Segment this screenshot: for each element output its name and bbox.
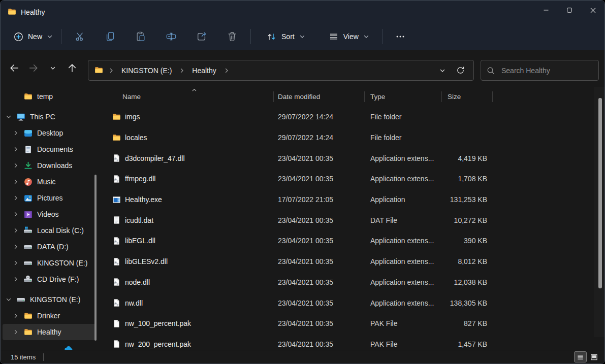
column-separator[interactable] [492,91,493,102]
chevron-right-icon[interactable] [13,211,19,217]
view-toggles [574,351,600,362]
chevron-right-icon[interactable] [13,260,19,266]
up-button[interactable] [62,58,82,78]
file-row-libegl-dll[interactable]: libEGL.dll23/04/2021 00:35Application ex… [98,230,604,251]
file-row-nw-100-percent-pak[interactable]: nw_100_percent.pak23/04/2021 00:35PAK Fi… [98,313,604,334]
thumbnails-view-icon [590,353,598,361]
file-row-nw-200-percent-pak[interactable]: nw_200_percent.pak23/04/2021 00:35PAK Fi… [98,334,604,350]
minimize-button[interactable] [534,1,558,20]
address-bar[interactable]: KINGSTON (E:)Healthy [88,60,474,81]
cut-button[interactable] [69,27,91,46]
chevron-right-icon[interactable] [13,146,19,152]
documents-icon [23,145,33,154]
file-row-ffmpeg-dll[interactable]: ffmpeg.dll23/04/2021 00:35Application ex… [98,169,604,189]
file-date: 23/04/2021 00:35 [273,216,364,224]
column-header-size[interactable]: Size [441,93,492,101]
see-more-button[interactable] [389,27,411,46]
sidebar-item-healthy[interactable]: Healthy [3,324,96,340]
chevron-down-icon[interactable] [6,296,12,303]
details-view-button[interactable] [574,351,587,362]
sidebar-item-data-d[interactable]: DATA (D:) [3,239,96,255]
window-controls [534,1,604,20]
close-button[interactable] [581,1,604,20]
file-row-imgs[interactable]: imgs29/07/2022 14:24File folder [98,107,604,127]
sidebar-item-temp[interactable]: temp [3,88,96,105]
maximize-button[interactable] [558,1,581,20]
chevron-right-icon[interactable] [13,162,19,169]
breadcrumb-segment-healthy[interactable]: Healthy [190,65,218,76]
chevron-right-icon[interactable] [13,313,19,319]
delete-button[interactable] [221,27,243,46]
sidebar-item-label: Music [37,178,56,186]
column-separator[interactable] [273,91,274,102]
file-row-d3dcompiler-47-dll[interactable]: d3dcompiler_47.dll23/04/2021 00:35Applic… [98,148,604,169]
file-row-libglesv2-dll[interactable]: libGLESv2.dll23/04/2021 00:35Application… [98,251,604,272]
sidebar-item-label: Documents [37,145,73,153]
file-type: Application [364,195,441,204]
sidebar-item-videos[interactable]: Videos [3,206,96,222]
new-button[interactable]: New [9,29,58,45]
sidebar-item-drinker[interactable]: Drinker [3,308,96,324]
copy-button[interactable] [99,27,121,46]
chevron-down-icon [299,34,305,40]
file-name-cell: locales [98,134,273,142]
breadcrumb-segment-kingston-e[interactable]: KINGSTON (E:) [119,65,174,76]
sidebar-item-documents[interactable]: Documents [3,141,96,157]
sidebar-scrollbar[interactable] [94,175,97,341]
chevron-right-icon[interactable] [13,179,19,185]
rename-button[interactable] [160,27,182,46]
file-explorer-window: Healthy New Sort View KINGSTON ( [0,0,605,364]
pak-icon [112,340,121,348]
up-icon [67,62,78,74]
column-header-date-modified[interactable]: Date modified [273,93,364,101]
sidebar-item-pictures[interactable]: Pictures [3,190,96,206]
share-button[interactable] [190,27,213,46]
sidebar-item-kingston-e[interactable]: KINGSTON (E:) [3,291,96,308]
thumbnails-view-button[interactable] [588,351,600,362]
chevron-right-icon[interactable] [13,195,19,201]
sidebar-item-downloads[interactable]: Downloads [3,157,96,174]
sort-button[interactable]: Sort [261,28,310,45]
file-name-cell: ffmpeg.dll [98,175,273,183]
sidebar-item-cd-drive-f[interactable]: CD Drive (F:) [3,271,96,287]
chevron-right-icon[interactable] [13,227,19,234]
chevron-right-icon[interactable] [13,130,19,136]
file-row-icudtl-dat[interactable]: icudtl.dat23/04/2021 00:35DAT File10,272… [98,210,604,230]
sidebar-item-this-pc[interactable]: This PC [3,109,96,125]
file-row-nw-dll[interactable]: nw.dll23/04/2021 00:35Application extens… [98,292,604,313]
back-button[interactable] [5,58,24,78]
search-icon [486,66,495,75]
file-size: 1,457 KB [441,340,492,348]
file-row-node-dll[interactable]: node.dll23/04/2021 00:35Application exte… [98,272,604,293]
folder-icon [23,92,33,101]
recent-locations-button[interactable] [43,58,62,78]
sidebar-item-local-disk-c[interactable]: Local Disk (C:) [3,222,96,239]
sidebar-item-kingston-e[interactable]: KINGSTON (E:) [3,255,96,271]
forward-button[interactable] [24,58,43,78]
column-separator[interactable] [441,91,442,102]
chevron-right-icon[interactable] [13,329,19,335]
sidebar-item-music[interactable]: Music [3,174,96,190]
view-button[interactable]: View [324,28,374,45]
chevron-up-icon [192,87,197,93]
file-row-locales[interactable]: locales29/07/2022 14:24File folder [98,127,604,148]
column-separator[interactable] [364,91,365,102]
search-input[interactable] [501,67,583,75]
column-header-name[interactable]: Name [98,93,273,101]
chevron-right-icon[interactable] [13,276,19,282]
paste-button[interactable] [130,27,152,46]
file-name-cell: imgs [98,113,273,121]
folder-icon [112,134,121,142]
sidebar-item-clipped[interactable] [3,340,96,350]
file-size: 131,253 KB [441,195,492,204]
file-list-scrollbar[interactable] [598,98,602,288]
chevron-down-icon[interactable] [6,114,12,120]
address-dropdown-button[interactable] [439,68,445,74]
exe-icon [112,195,121,204]
refresh-button[interactable] [456,65,465,75]
sidebar-item-desktop[interactable]: Desktop [3,125,96,141]
file-row-healthy-exe[interactable]: Healthy.exe17/07/2022 21:05Application13… [98,189,604,210]
column-header-type[interactable]: Type [364,93,441,101]
chevron-right-icon[interactable] [13,244,19,250]
file-date: 23/04/2021 00:35 [273,278,364,286]
